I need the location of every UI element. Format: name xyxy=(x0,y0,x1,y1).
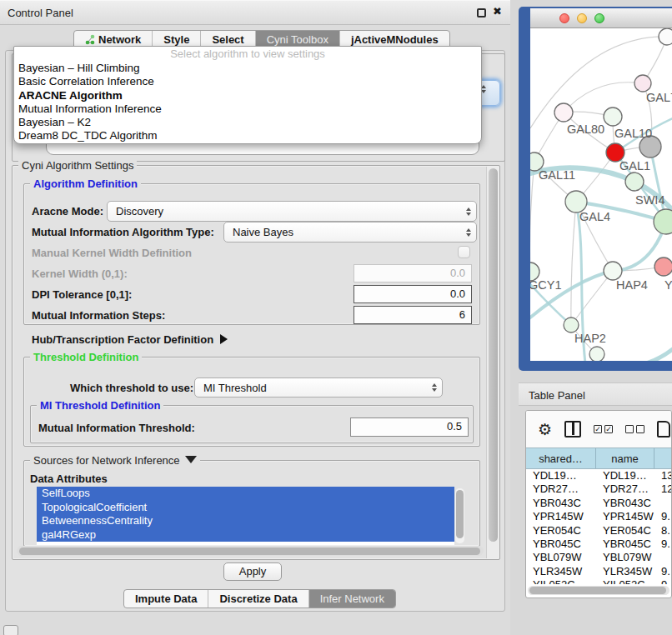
network-window-titlebar xyxy=(530,8,672,28)
network-node[interactable] xyxy=(659,28,672,45)
algorithm-option[interactable]: Bayesian – Hill Climbing xyxy=(14,62,481,75)
kernel-width-label: Kernel Width (0,1): xyxy=(32,268,128,280)
network-node-swi4[interactable] xyxy=(625,172,644,191)
table-panel-title: Table Panel xyxy=(529,389,585,402)
column-header[interactable] xyxy=(654,448,672,468)
table-cell: YER054C xyxy=(526,524,596,538)
table-cell xyxy=(654,497,672,510)
network-node-gal7[interactable] xyxy=(634,75,651,92)
algorithm-definition-label: Algorithm Definition xyxy=(30,178,141,190)
manual-kernel-width-checkbox[interactable] xyxy=(458,246,470,258)
dpi-tolerance-input[interactable]: 0.0 xyxy=(354,285,472,303)
network-node[interactable] xyxy=(589,347,604,361)
aracne-mode-combo[interactable]: Discovery xyxy=(107,201,477,222)
table-cell: YER054C xyxy=(596,524,654,538)
node-label-gal7: GAL7 xyxy=(646,91,672,104)
algorithm-option[interactable]: Dream8 DC_TDC Algorithm xyxy=(14,129,481,142)
mi-threshold-input[interactable]: 0.5 xyxy=(350,418,469,437)
gear-icon[interactable]: ⚙ xyxy=(538,422,552,438)
attribute-item[interactable]: BetweennessCentrality xyxy=(37,514,454,528)
combo-spinner-icon xyxy=(427,383,442,392)
attribute-item[interactable]: gal4RGexp xyxy=(37,528,454,542)
algorithm-option[interactable]: Mutual Information Inference xyxy=(14,102,481,116)
dpi-tolerance-label: DPI Tolerance [0,1]: xyxy=(32,288,132,301)
threshold-definition-label: Threshold Definition xyxy=(30,351,142,363)
close-traffic-light-icon[interactable] xyxy=(559,13,569,23)
select-all-checks-icon[interactable]: ✓✓ xyxy=(594,425,613,433)
table-row[interactable]: YDR27…YDR27…12 xyxy=(526,482,672,496)
corner-chip-icon[interactable] xyxy=(3,625,18,635)
network-node-gal80[interactable] xyxy=(554,103,573,122)
data-attributes-label: Data Attributes xyxy=(30,472,108,485)
column-layout-icon[interactable] xyxy=(564,421,581,438)
tab-discretize-data[interactable]: Discretize Data xyxy=(208,590,308,608)
mi-algorithm-type-combo[interactable]: Naive Bayes xyxy=(223,222,477,242)
column-header[interactable]: name xyxy=(596,448,654,468)
table-toolbar: ⚙ ✓✓ xyxy=(526,411,672,448)
table-cell: 9. xyxy=(654,565,672,578)
table-row[interactable]: YBR043CYBR043C xyxy=(526,497,672,510)
table-cell: YIL052C xyxy=(596,578,654,584)
table-row[interactable]: YBR045CYBR045C9. xyxy=(526,538,672,551)
settings-horizontal-scrollbar[interactable] xyxy=(17,546,484,556)
manual-kernel-width-label: Manual Kernel Width Definition xyxy=(32,247,192,259)
mi-threshold-definition-label: MI Threshold Definition xyxy=(37,399,163,412)
kernel-width-input[interactable]: 0.0 xyxy=(354,264,472,282)
collapsed-arrow-icon xyxy=(220,334,228,344)
table-row[interactable]: YER054CYER054C8. xyxy=(526,524,672,538)
algorithm-option[interactable]: Basic Correlation Inference xyxy=(14,75,481,88)
mi-steps-input[interactable]: 6 xyxy=(354,306,472,324)
which-threshold-combo[interactable]: MI Threshold xyxy=(194,378,443,398)
column-header[interactable]: shared… xyxy=(526,448,596,468)
node-label-hap2: HAP2 xyxy=(574,332,606,345)
table-row[interactable]: YDL19…YDL19…13 xyxy=(526,469,672,482)
close-icon[interactable]: ✖ xyxy=(493,5,502,18)
zoom-traffic-light-icon[interactable] xyxy=(594,13,604,23)
network-node-hap2[interactable] xyxy=(564,318,579,332)
node-label-gal4: GAL4 xyxy=(579,210,610,223)
node-label-hap4: HAP4 xyxy=(616,278,648,292)
attributes-scrollbar[interactable] xyxy=(455,488,464,543)
tab-infer-network[interactable]: Infer Network xyxy=(308,590,395,608)
table-cell: YDL19… xyxy=(596,469,654,482)
network-canvas[interactable]: GAL7GAL80GAL10GAL1GAL11SWI4GAL4GCY1HAP4Y… xyxy=(530,28,672,361)
cyni-algorithm-settings-label: Cyni Algorithm Settings xyxy=(18,159,137,172)
bottom-tabs: Impute DataDiscretize DataInfer Network xyxy=(123,589,396,608)
node-label-gcy1: GCY1 xyxy=(530,278,562,292)
table-panel-titlebar: Table Panel xyxy=(519,382,672,406)
node-label-y: Y xyxy=(664,278,672,292)
algorithm-option[interactable]: Bayesian – K2 xyxy=(14,116,481,129)
deselect-all-checks-icon[interactable] xyxy=(625,425,644,433)
network-view-window[interactable]: GAL7GAL80GAL10GAL1GAL11SWI4GAL4GCY1HAP4Y… xyxy=(519,7,672,371)
table-cell: YDL19… xyxy=(526,469,596,482)
attribute-item[interactable]: TopologicalCoefficient xyxy=(37,501,454,515)
tab-impute-data[interactable]: Impute Data xyxy=(124,590,208,608)
minimize-traffic-light-icon[interactable] xyxy=(577,13,587,23)
table-cell: YBR043C xyxy=(596,497,654,510)
network-node-hap4[interactable] xyxy=(604,262,622,280)
apply-button[interactable]: Apply xyxy=(223,562,282,581)
page-icon[interactable] xyxy=(657,421,670,438)
table-row[interactable]: YIL052CYIL052C9. xyxy=(526,578,672,584)
hub-definition-toggle[interactable]: Hub/Transcription Factor Definition xyxy=(32,333,228,346)
table-horizontal-scrollbar[interactable] xyxy=(528,586,669,595)
table-cell: 13 xyxy=(654,469,672,482)
attribute-item[interactable]: SelfLoops xyxy=(37,487,454,501)
node-label-swi4: SWI4 xyxy=(635,193,664,207)
network-node-y[interactable] xyxy=(654,258,672,276)
table-cell: YIL052C xyxy=(526,578,596,584)
table-row[interactable]: YPR145WYPR145W9. xyxy=(526,510,672,523)
table-row[interactable]: YBL079WYBL079W xyxy=(526,551,672,564)
node-label-gal11: GAL11 xyxy=(539,168,575,182)
network-node[interactable] xyxy=(654,209,672,234)
mi-algorithm-type-label: Mutual Information Algorithm Type: xyxy=(32,226,214,238)
settings-scrollbar[interactable] xyxy=(486,167,499,558)
table-row[interactable]: YLR345WYLR345W9. xyxy=(526,565,672,578)
algorithm-option[interactable]: ARACNE Algorithm xyxy=(14,89,481,102)
network-node[interactable] xyxy=(604,108,622,126)
which-threshold-label: Which threshold to use: xyxy=(70,382,193,394)
float-window-icon[interactable] xyxy=(477,8,486,18)
sources-toggle[interactable]: Sources for Network Inference xyxy=(30,454,200,467)
data-attributes-list[interactable]: SelfLoopsTopologicalCoefficientBetweenne… xyxy=(37,487,454,545)
aracne-mode-label: Aracne Mode: xyxy=(32,205,103,218)
